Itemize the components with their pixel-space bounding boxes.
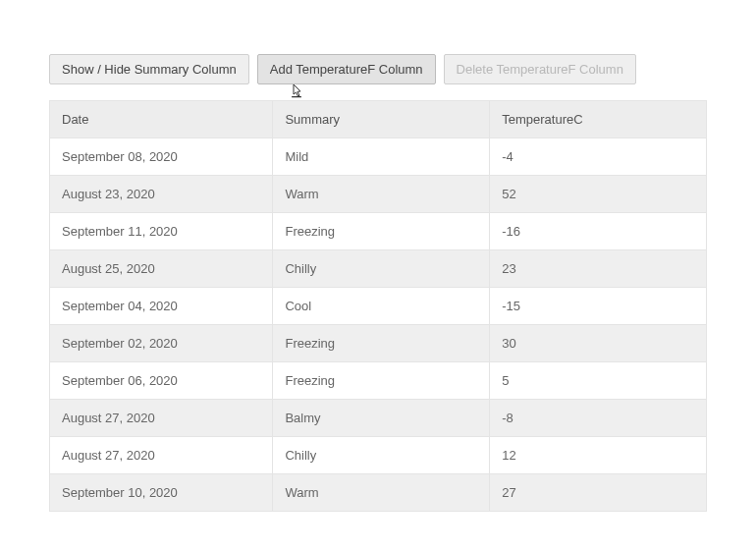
column-header-tempc: TemperatureC (490, 101, 707, 138)
cell-date: August 27, 2020 (50, 400, 273, 437)
cell-tempc: -16 (490, 213, 707, 250)
cell-summary: Cool (273, 288, 490, 325)
cell-summary: Freezing (273, 362, 490, 400)
column-header-date: Date (50, 101, 273, 138)
cell-tempc: -15 (490, 288, 707, 325)
cell-date: August 25, 2020 (50, 250, 273, 288)
cell-tempc: -8 (490, 400, 707, 437)
cell-summary: Chilly (273, 437, 490, 474)
cell-summary: Freezing (273, 325, 490, 362)
weather-table: Date Summary TemperatureC September 08, … (49, 100, 707, 512)
cell-date: September 08, 2020 (50, 138, 273, 176)
cell-tempc: 12 (490, 437, 707, 474)
table-row: September 10, 2020Warm27 (50, 474, 707, 512)
cell-date: September 11, 2020 (50, 213, 273, 250)
toggle-summary-button[interactable]: Show / Hide Summary Column (49, 54, 249, 84)
cell-summary: Warm (273, 474, 490, 512)
table-row: September 11, 2020Freezing-16 (50, 213, 707, 250)
table-row: September 08, 2020Mild-4 (50, 138, 707, 176)
cell-date: September 04, 2020 (50, 288, 273, 325)
table-row: August 23, 2020Warm52 (50, 176, 707, 213)
svg-rect-0 (292, 96, 301, 97)
cell-date: September 06, 2020 (50, 362, 273, 400)
table-row: September 02, 2020Freezing30 (50, 325, 707, 362)
table-header-row: Date Summary TemperatureC (50, 101, 707, 138)
cell-tempc: 30 (490, 325, 707, 362)
cell-tempc: 52 (490, 176, 707, 213)
cell-summary: Chilly (273, 250, 490, 288)
cell-date: August 27, 2020 (50, 437, 273, 474)
cell-tempc: 5 (490, 362, 707, 400)
cell-tempc: -4 (490, 138, 707, 176)
cell-summary: Mild (273, 138, 490, 176)
delete-tempf-button: Delete TemperatureF Column (444, 54, 636, 84)
add-tempf-button[interactable]: Add TemperatureF Column (257, 54, 436, 84)
table-row: August 27, 2020Balmy-8 (50, 400, 707, 437)
table-row: August 27, 2020Chilly12 (50, 437, 707, 474)
table-row: September 06, 2020Freezing5 (50, 362, 707, 400)
cell-date: September 10, 2020 (50, 474, 273, 512)
toolbar: Show / Hide Summary Column Add Temperatu… (49, 54, 707, 84)
table-row: September 04, 2020Cool-15 (50, 288, 707, 325)
cell-tempc: 27 (490, 474, 707, 512)
column-header-summary: Summary (273, 101, 490, 138)
cell-summary: Warm (273, 176, 490, 213)
table-row: August 25, 2020Chilly23 (50, 250, 707, 288)
cell-date: September 02, 2020 (50, 325, 273, 362)
cell-summary: Freezing (273, 213, 490, 250)
cell-tempc: 23 (490, 250, 707, 288)
cell-summary: Balmy (273, 400, 490, 437)
cell-date: August 23, 2020 (50, 176, 273, 213)
